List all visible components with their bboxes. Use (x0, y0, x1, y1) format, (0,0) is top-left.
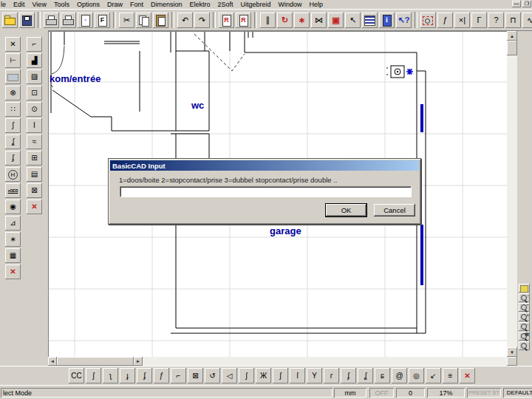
copy-button[interactable] (136, 13, 151, 28)
corner-tool-button[interactable]: ⌐ (27, 37, 42, 52)
switch-1-button[interactable]: ʃ (86, 368, 101, 383)
socket-a-button[interactable]: @ (392, 368, 407, 383)
switch-single-symbol-button[interactable]: ʃ (5, 118, 21, 133)
switch-11-button[interactable]: ʆ (358, 368, 373, 383)
menu-item-draw[interactable]: Draw (107, 1, 123, 8)
flag-symbol-button[interactable]: ⊿ (5, 216, 21, 231)
delete-bottom-button[interactable]: ✕ (460, 368, 475, 383)
spot-symbol-button[interactable]: ◉ (5, 200, 21, 214)
status-default-style[interactable]: DEFAULT (503, 388, 532, 398)
wire-line-button[interactable]: ∿ (522, 13, 532, 28)
zoom-extents-tool-button[interactable]: ↔ (519, 322, 530, 331)
switch-2-button[interactable]: ʅ (103, 368, 118, 383)
stats-tool-button[interactable]: ▟ (27, 53, 42, 68)
dimension-style-button[interactable]: ⊓ (505, 13, 521, 28)
switch-7-button[interactable]: ʃ (273, 368, 288, 383)
save-button[interactable] (19, 13, 35, 28)
layer-list-button[interactable] (362, 13, 378, 28)
cancel-button[interactable]: Cancel (374, 204, 415, 216)
switch-pull-symbol-button[interactable]: ʆ (5, 134, 21, 149)
print-setup-button[interactable] (61, 13, 76, 28)
print-button[interactable] (44, 13, 59, 28)
y-symbol-button[interactable]: Y (307, 368, 322, 383)
undo-button[interactable]: ↶ (177, 13, 193, 28)
switch-10-button[interactable]: ʄ (341, 368, 356, 383)
yellow-tool-button[interactable] (519, 284, 530, 293)
cc-symbol-button[interactable]: CC (69, 368, 84, 383)
ibeam-tool-button[interactable]: Ι (27, 118, 42, 133)
vertical-scrollbar[interactable]: ▲ ▼ (507, 31, 517, 357)
info-button[interactable]: i (379, 13, 395, 28)
menu-item-dimension[interactable]: Dimension (151, 1, 183, 8)
erase-symbol-button[interactable]: ✕ (5, 37, 21, 52)
zoom-in-tool-button[interactable]: + (519, 313, 530, 321)
menu-item-2soft[interactable]: 2Soft (218, 1, 233, 8)
switch-6-button[interactable]: ʃ (239, 368, 254, 383)
menu-item-font[interactable]: Font (130, 1, 143, 8)
horizontal-scrollbar[interactable]: ◄ ► (48, 357, 507, 366)
menu-item-help[interactable]: Help (310, 1, 324, 8)
mirror-button[interactable]: ⋈ (311, 13, 327, 28)
maximize-icon[interactable]: ❐ (522, 1, 531, 7)
pointer-down-button[interactable]: ↙ (426, 368, 441, 383)
menu-item-options[interactable]: Options (77, 1, 100, 8)
h-circle-symbol-button[interactable]: H (5, 167, 21, 182)
font-doc-button[interactable]: F (95, 13, 110, 28)
circle-point-tool-button[interactable]: ⊙ (27, 102, 42, 117)
dash-line-button[interactable]: ⌐ (171, 368, 186, 383)
ok-button[interactable]: OK (326, 204, 366, 216)
help-button[interactable]: ? (488, 13, 504, 28)
switch-12-button[interactable]: ɕ (375, 368, 390, 383)
line-snap-button[interactable]: ∗ (294, 13, 310, 28)
menu-item-uitgebreid[interactable]: Uitgebreid (241, 1, 271, 8)
menu-item-tools[interactable]: Tools (54, 1, 69, 8)
lamp-arrow-button[interactable]: ◁ (222, 368, 237, 383)
x-box-tool-button[interactable]: ⊠ (27, 183, 42, 198)
menu-item-edit[interactable]: Edit (13, 1, 25, 8)
hatch-tool-button[interactable]: ▨ (27, 69, 42, 84)
parallel-lines-button[interactable]: ∥ (260, 13, 276, 28)
star-box-tool-button[interactable]: ⊞ (27, 151, 42, 166)
print-preview-button[interactable]: ◦ (78, 13, 93, 28)
socket-box-symbol-button[interactable]: ∷ (5, 102, 21, 117)
context-help-button[interactable]: ↖? (396, 13, 412, 28)
probe-symbol-button[interactable]: ⊢ (5, 53, 21, 68)
clock-symbol-button[interactable]: ↺ (205, 368, 220, 383)
redline-button[interactable]: R (219, 13, 234, 28)
redline-edit-button[interactable]: R (236, 13, 251, 28)
delete-entity-button[interactable]: ×| (454, 13, 470, 28)
menu-item-window[interactable]: Window (279, 1, 302, 8)
x-cross-symbol-button[interactable]: Ж (256, 368, 271, 383)
status-snap-toggle[interactable]: OFF (369, 388, 394, 398)
select-box-button[interactable]: ▣ (328, 13, 344, 28)
cut-button[interactable]: ✂ (119, 13, 134, 28)
zoom-out-tool-button[interactable]: − (519, 303, 530, 312)
zoom-window-tool-button[interactable]: ▫ (519, 293, 530, 302)
delete-tool-button[interactable]: ✕ (27, 200, 42, 214)
zoom-window-button[interactable] (420, 13, 436, 28)
box-point-tool-button[interactable]: ⊡ (27, 86, 42, 100)
zoom-page-tool-button[interactable]: ▤ (519, 332, 530, 341)
switch-5-button[interactable]: ƒ (154, 368, 169, 383)
menu-item-view[interactable]: View (33, 1, 47, 8)
scroll-up-button[interactable]: ▲ (507, 31, 517, 41)
status-preset[interactable]: PRESET ST (467, 388, 501, 398)
open-file-button[interactable] (2, 13, 18, 28)
switch-double-symbol-button[interactable]: ʄ (5, 151, 21, 166)
switch-4-button[interactable]: ʄ (137, 368, 152, 383)
paste-button[interactable] (153, 13, 168, 28)
lamp-symbol-button[interactable]: ⊗ (5, 86, 21, 100)
panel-table-button[interactable]: ≡ (443, 368, 458, 383)
pick-point-button[interactable]: ↖ (345, 13, 361, 28)
function-edit-button[interactable]: ƒ (437, 13, 453, 28)
wave-box-tool-button[interactable]: ≈ (27, 134, 42, 149)
socket-h-button[interactable]: ◎ (409, 368, 424, 383)
dialog-input[interactable] (120, 186, 412, 197)
vertical-scroll-thumb[interactable] (507, 41, 517, 55)
dialog-titlebar[interactable]: BasicCAD Input (110, 160, 419, 171)
image-symbol-button[interactable]: ▦ (5, 248, 21, 263)
horizontal-scroll-thumb[interactable] (57, 357, 134, 366)
voed-symbol-button[interactable]: vOED (5, 183, 21, 198)
redo-button[interactable]: ↷ (194, 13, 210, 28)
timer-box-button[interactable]: ⊠ (188, 368, 203, 383)
